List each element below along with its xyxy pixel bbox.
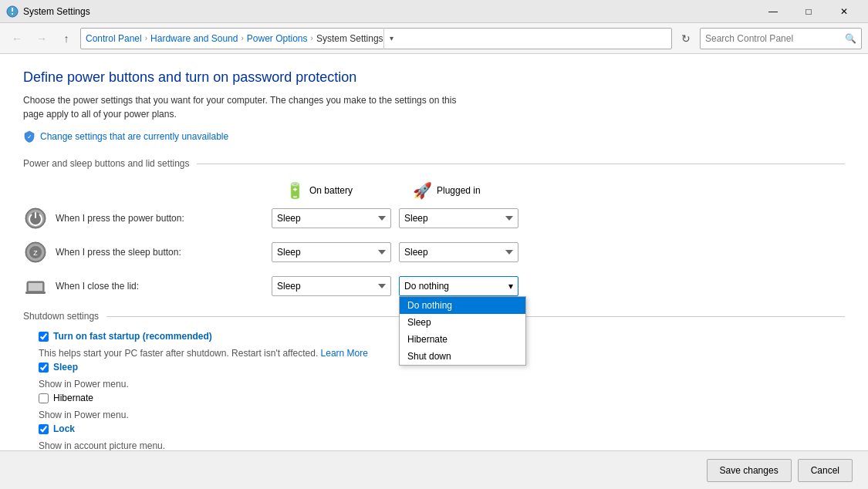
sleep-button-icon: z (23, 240, 48, 265)
content-area: Define power buttons and turn on passwor… (0, 54, 868, 489)
fast-startup-label[interactable]: Turn on fast startup (recommended) (53, 331, 212, 342)
lid-plugged-dropdown-arrow: ▾ (508, 281, 513, 292)
page-title: Define power buttons and turn on passwor… (23, 69, 845, 86)
search-input[interactable] (705, 33, 845, 44)
main-content: Define power buttons and turn on passwor… (0, 54, 868, 489)
maximize-button[interactable]: □ (791, 0, 826, 23)
col-plugged: 🚀 Plugged in (413, 181, 540, 200)
power-button-row: When I press the power button: Sleep Do … (23, 206, 845, 231)
page-description: Choose the power settings that you want … (23, 93, 471, 121)
breadcrumb-dropdown-button[interactable]: ▾ (383, 28, 399, 49)
section1-divider (197, 164, 845, 164)
lock-checkbox[interactable] (39, 424, 49, 434)
up-button[interactable]: ↑ (56, 28, 77, 49)
save-button[interactable]: Save changes (707, 459, 792, 482)
svg-rect-14 (25, 292, 46, 294)
sleep-button-plugged-select[interactable]: Sleep Do nothing Hibernate Shut down (399, 242, 518, 262)
lid-battery-select[interactable]: Sleep Do nothing Hibernate Shut down (272, 276, 391, 296)
section1-label: Power and sleep buttons and lid settings (23, 158, 189, 169)
power-button-battery-select[interactable]: Sleep Do nothing Hibernate Shut down (272, 208, 391, 228)
titlebar: System Settings — □ ✕ (0, 0, 868, 23)
learn-more-link[interactable]: Learn More (321, 348, 368, 359)
lock-row: Lock (23, 423, 845, 434)
fast-startup-checkbox[interactable] (39, 332, 49, 342)
column-headers: 🔋 On battery 🚀 Plugged in (285, 181, 845, 200)
sleep-label[interactable]: Sleep (53, 362, 78, 373)
close-button[interactable]: ✕ (826, 0, 862, 23)
sleep-button-battery-select[interactable]: Sleep Do nothing Hibernate Shut down (272, 242, 391, 262)
section1-header: Power and sleep buttons and lid settings (23, 158, 845, 169)
breadcrumb-current: System Settings (316, 33, 383, 44)
hibernate-row: Hibernate (23, 393, 845, 403)
lock-sub: Show in account picture menu. (39, 440, 845, 451)
svg-rect-7 (35, 212, 36, 218)
lid-selects: Sleep Do nothing Hibernate Shut down Do … (272, 276, 518, 296)
hibernate-sub: Show in Power menu. (39, 410, 845, 420)
sleep-button-selects: Sleep Do nothing Hibernate Shut down Sle… (272, 242, 518, 262)
sleep-button-label: When I press the sleep button: (56, 247, 272, 258)
sleep-sub: Show in Power menu. (39, 379, 845, 390)
footer: Save changes Cancel (0, 450, 868, 489)
hibernate-label[interactable]: Hibernate (53, 393, 93, 403)
shield-icon: ✓ (23, 130, 35, 143)
addressbar: ← → ↑ Control Panel › Hardware and Sound… (0, 23, 868, 54)
hibernate-checkbox[interactable] (39, 393, 49, 403)
lid-label: When I close the lid: (56, 281, 272, 292)
lid-plugged-dropdown: Do nothing Sleep Hibernate Shut down (399, 296, 526, 366)
window-title: System Settings (23, 6, 755, 17)
change-settings-link[interactable]: ✓ Change settings that are currently una… (23, 130, 845, 143)
col-plugged-label: Plugged in (437, 185, 481, 196)
col-battery-label: On battery (309, 185, 353, 196)
refresh-button[interactable]: ↻ (675, 28, 697, 49)
power-button-icon (23, 206, 48, 231)
dropdown-item-donothing[interactable]: Do nothing (400, 297, 525, 314)
svg-rect-13 (29, 283, 42, 291)
forward-button[interactable]: → (31, 28, 52, 49)
lid-icon (23, 274, 48, 298)
app-icon (6, 5, 19, 18)
cancel-button[interactable]: Cancel (798, 459, 853, 482)
power-button-label: When I press the power button: (56, 213, 272, 224)
battery-icon: 🔋 (285, 181, 305, 200)
svg-text:z: z (33, 248, 38, 257)
col-battery: 🔋 On battery (285, 181, 413, 200)
back-button[interactable]: ← (6, 28, 28, 49)
lid-plugged-selected-value: Do nothing (404, 281, 449, 292)
shutdown-label: Shutdown settings (23, 311, 99, 322)
search-bar: 🔍 (700, 28, 862, 49)
minimize-button[interactable]: — (755, 0, 791, 23)
sleep-checkbox[interactable] (39, 363, 49, 373)
lid-row: When I close the lid: Sleep Do nothing H… (23, 274, 845, 298)
lid-plugged-select-open[interactable]: Do nothing ▾ (399, 276, 518, 296)
lid-plugged-dropdown-container: Do nothing ▾ Do nothing Sleep Hibernate … (399, 276, 518, 296)
svg-text:✓: ✓ (27, 133, 32, 140)
window-controls: — □ ✕ (755, 0, 862, 23)
dropdown-item-sleep[interactable]: Sleep (400, 314, 525, 331)
search-icon: 🔍 (845, 33, 856, 44)
svg-rect-2 (12, 13, 13, 15)
dropdown-item-shutdown[interactable]: Shut down (400, 348, 525, 365)
change-settings-text[interactable]: Change settings that are currently unava… (40, 131, 228, 142)
dropdown-item-hibernate[interactable]: Hibernate (400, 331, 525, 348)
breadcrumb-poweroptions[interactable]: Power Options (247, 33, 308, 44)
power-button-selects: Sleep Do nothing Hibernate Shut down Sle… (272, 208, 518, 228)
breadcrumb-hardwareandsound[interactable]: Hardware and Sound (150, 33, 238, 44)
power-button-plugged-select[interactable]: Sleep Do nothing Hibernate Shut down (399, 208, 518, 228)
lock-label[interactable]: Lock (53, 423, 75, 434)
plug-icon: 🚀 (413, 181, 432, 200)
breadcrumb: Control Panel › Hardware and Sound › Pow… (80, 28, 672, 49)
breadcrumb-controlpanel[interactable]: Control Panel (86, 33, 142, 44)
sleep-button-row: z When I press the sleep button: Sleep D… (23, 240, 845, 265)
svg-rect-1 (12, 8, 13, 12)
